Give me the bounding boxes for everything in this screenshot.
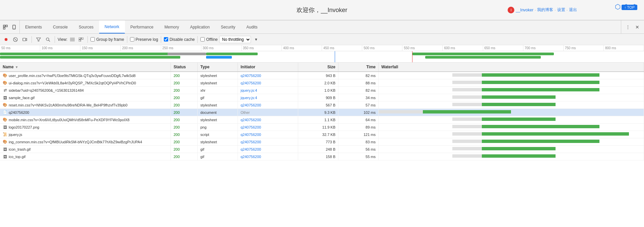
search-network-button[interactable] (44, 35, 52, 44)
table-row[interactable]: 🎨 ui-dialog.min.css?v=VJeWkb0L8a4rI3yRQS… (0, 79, 644, 87)
th-initiator[interactable]: Initiator (238, 63, 298, 71)
table-row[interactable]: 🖼 icon_trash.gif 200 gif q240756200 248 … (0, 146, 644, 153)
record-button[interactable]: ⏺ (2, 35, 10, 44)
initiator-link[interactable]: q240756200 (241, 74, 261, 78)
throttle-dropdown-icon[interactable]: ▾ (252, 35, 260, 44)
td-type: document (198, 109, 238, 116)
throttle-select[interactable]: No throttling (219, 36, 251, 43)
initiator-link[interactable]: q240756200 (241, 140, 261, 144)
initiator-link[interactable]: q240756200 (241, 81, 261, 85)
table-body: 🎨 user_profile.min.css?v=hwPLf3oe9tsTMtG… (0, 72, 644, 160)
network-table: Name ▼ Status Type Initiator Size Time W… (0, 63, 644, 218)
initiator-link[interactable]: jquery.js:4 (241, 88, 257, 92)
blog-link[interactable]: 我的博客 (537, 7, 553, 13)
resource-name[interactable]: jquery.js (9, 133, 22, 137)
resource-name[interactable]: ui-dialog.min.css?v=VJeWkb0L8a4rI3yRQSP_… (9, 81, 136, 85)
waterfall-bar-container (379, 132, 644, 137)
table-row[interactable]: 🎨 user_profile.min.css?v=hwPLf3oe9tsTMtG… (0, 72, 644, 79)
username-link[interactable]: __Invoker (516, 8, 533, 12)
clear-button[interactable] (11, 35, 19, 44)
file-type-icon: 📜 (3, 132, 7, 137)
table-row[interactable]: 🖼 logo20170227.png 200 png q240756200 11… (0, 124, 644, 131)
td-size: 1.1 KB (298, 116, 338, 123)
offline-checkbox[interactable]: Offline (200, 37, 217, 42)
filter-button[interactable] (35, 35, 43, 44)
th-size[interactable]: Size (298, 63, 338, 71)
table-row[interactable]: 🖼 sample_face.gif 200 gif jquery.js:4 90… (0, 94, 644, 101)
tab-memory[interactable]: Memory (159, 20, 185, 33)
td-status: 200 (171, 138, 198, 145)
th-time[interactable]: Time (338, 63, 379, 71)
tab-sources[interactable]: Sources (73, 20, 99, 33)
table-row[interactable]: 🖼 ico_top.gif 200 gif q240756200 158 B 5… (0, 153, 644, 160)
resource-type: xhr (200, 88, 205, 92)
disable-cache-input[interactable] (164, 37, 168, 42)
resource-name[interactable]: q240756200 (9, 110, 29, 115)
mobile-icon[interactable] (10, 23, 18, 31)
table-header: Name ▼ Status Type Initiator Size Time W… (0, 63, 644, 72)
group-by-frame-input[interactable] (90, 37, 95, 42)
close-devtools-icon[interactable]: ✕ (633, 23, 641, 31)
initiator-link[interactable]: q240756200 (241, 155, 261, 159)
settings-link[interactable]: 设置 (557, 7, 565, 13)
file-type-icon: 📄 (3, 110, 7, 115)
tab-network[interactable]: Network (99, 20, 125, 33)
resource-name[interactable]: mobile.min.css?v=Xro6iVLt8yu0UxiQMhVd58n… (9, 118, 129, 122)
tree-view-button[interactable] (77, 36, 85, 43)
th-waterfall[interactable]: Waterfall (379, 63, 644, 71)
logout-link[interactable]: 退出 (569, 7, 577, 13)
preserve-log-checkbox[interactable]: Preserve log (130, 37, 158, 42)
resource-name[interactable]: ico_top.gif (9, 155, 25, 159)
more-tabs-icon[interactable]: ⋮ (624, 23, 632, 31)
tab-security[interactable]: Security (215, 20, 241, 33)
th-status[interactable]: Status (171, 63, 198, 71)
waterfall-waiting-bar (452, 154, 482, 158)
resource-name[interactable]: icon_trash.gif (9, 147, 30, 151)
inspect-icon[interactable] (1, 23, 9, 31)
tab-console[interactable]: Console (48, 20, 73, 33)
td-size: 32.7 KB (298, 131, 338, 138)
initiator-link[interactable]: q240756200 (241, 147, 261, 151)
tick-50: 50 ms (0, 45, 40, 51)
table-row[interactable]: 📄 q240756200 200 document Other 9.3 KB 1… (0, 109, 644, 116)
td-status: 200 (171, 79, 198, 86)
table-row[interactable]: 🎨 reset.min.css?v=NNKSv2cA90mrhu98reNDRA… (0, 101, 644, 109)
preserve-log-input[interactable] (130, 37, 134, 42)
initiator-link[interactable]: q240756200 (241, 103, 261, 107)
td-status: 200 (171, 131, 198, 138)
status-code: 200 (174, 147, 180, 151)
th-type[interactable]: Type (198, 63, 238, 71)
initiator-link[interactable]: q240756200 (241, 133, 261, 137)
group-by-frame-checkbox[interactable]: Group by frame (90, 37, 124, 42)
offline-input[interactable] (200, 37, 205, 42)
initiator-link[interactable]: q240756200 (241, 118, 261, 122)
resource-name[interactable]: ing_common.min.css?v=QfMBUudiRkSM-bNYzQJ… (9, 140, 142, 144)
top-button[interactable]: ↑ TOP (622, 5, 637, 10)
tab-audits[interactable]: Audits (241, 20, 263, 33)
screenshot-button[interactable] (21, 35, 29, 44)
table-row[interactable]: 📜 jquery.js 200 script q240756200 32.7 K… (0, 131, 644, 138)
td-waterfall (379, 87, 644, 94)
table-row[interactable]: 🎨 ing_common.min.css?v=QfMBUudiRkSM-bNYz… (0, 138, 644, 146)
resource-time: 34 ms (366, 96, 376, 100)
table-row[interactable]: 🎨 mobile.min.css?v=Xro6iVLt8yu0UxiQMhVd5… (0, 116, 644, 124)
tab-elements[interactable]: Elements (20, 20, 48, 33)
initiator-link[interactable]: q240756200 (241, 125, 261, 129)
resource-size: 11.9 KB (322, 125, 335, 129)
td-size: 11.9 KB (298, 124, 338, 131)
disable-cache-checkbox[interactable]: Disable cache (164, 37, 195, 42)
td-status: 200 (171, 94, 198, 101)
resource-name[interactable]: sidebar?uid=q240756200&_=1563013261484 (9, 88, 84, 92)
resource-name[interactable]: reset.min.css?v=NNKSv2cA90mrhu98reNDRA-M… (9, 103, 127, 107)
table-row[interactable]: ⇄ sidebar?uid=q240756200&_=1563013261484… (0, 87, 644, 94)
resource-name[interactable]: user_profile.min.css?v=hwPLf3oe9tsTMtGSk… (9, 74, 136, 78)
list-view-button[interactable] (69, 36, 76, 43)
resource-name[interactable]: logo20170227.png (9, 125, 39, 129)
waterfall-waiting-bar (452, 81, 482, 84)
resource-name[interactable]: sample_face.gif (9, 96, 35, 100)
tab-performance[interactable]: Performance (125, 20, 159, 33)
initiator-link[interactable]: jquery.js:4 (241, 96, 257, 100)
th-name[interactable]: Name ▼ (0, 63, 171, 71)
td-type: stylesheet (198, 72, 238, 79)
tab-application[interactable]: Application (185, 20, 215, 33)
